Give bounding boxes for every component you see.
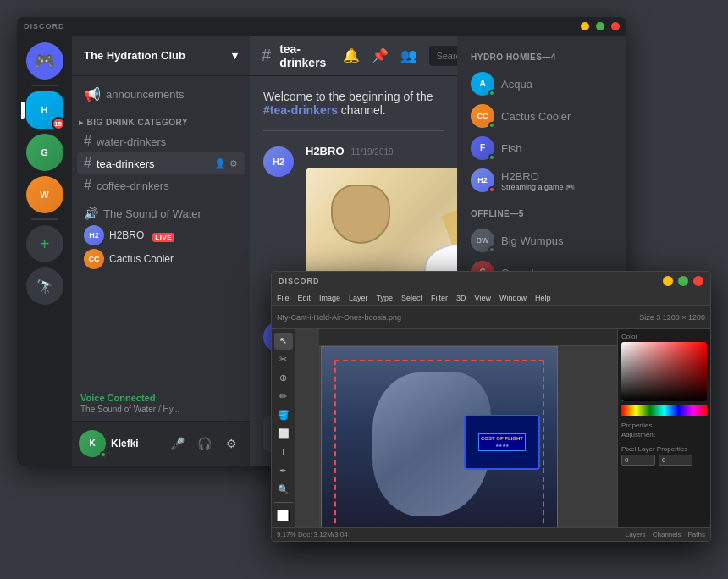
ps-tool-shape[interactable]: ⬜ bbox=[274, 426, 293, 443]
ps-tool-text[interactable]: T bbox=[274, 444, 293, 460]
voice-channel-sound-of-water[interactable]: 🔊 The Sound of Water bbox=[77, 203, 245, 223]
ps-menu-view[interactable]: View bbox=[475, 294, 491, 302]
ps-title-bar: DISCORD bbox=[272, 272, 710, 290]
voice-avatar-h2bro: H2 bbox=[84, 225, 104, 245]
member-avatar-acqua: A bbox=[471, 72, 494, 96]
ps-color-picker[interactable] bbox=[621, 342, 707, 401]
ps-close-button[interactable] bbox=[693, 276, 703, 286]
ps-left-toolbar: ↖ ✂ ⊕ ✏ 🪣 ⬜ T ✒ 🔍 bbox=[272, 329, 295, 527]
member-avatar-fish: F bbox=[471, 136, 494, 160]
server-icon-hydration[interactable]: H 15 bbox=[26, 91, 63, 129]
big-wumpus-status bbox=[488, 246, 495, 253]
add-server-button[interactable]: + bbox=[26, 225, 63, 262]
ps-color-panel-label: Color bbox=[621, 333, 707, 340]
channel-item-water-drinkers[interactable]: # water-drinkers bbox=[77, 130, 245, 152]
channel-item-tea-drinkers[interactable]: # tea-drinkers 👤 ⚙ bbox=[77, 152, 245, 174]
server-name-header[interactable]: The Hydration Club ▾ bbox=[72, 36, 250, 76]
channel-item-announcements[interactable]: 📢 announcements bbox=[77, 83, 245, 106]
ps-tool-select[interactable]: ↖ bbox=[274, 333, 293, 350]
user-icon: 👤 bbox=[214, 158, 226, 169]
message-header-h2bro: H2BRO 11/19/2019 bbox=[306, 145, 457, 157]
voice-avatar-cactus-cooler: CC bbox=[84, 249, 104, 269]
member-item-cactus-cooler[interactable]: CC Cactus Cooler bbox=[464, 101, 620, 131]
search-input[interactable] bbox=[436, 51, 457, 61]
ps-tool-crop[interactable]: ✂ bbox=[274, 351, 293, 368]
ps-canvas[interactable]: COST OF FLIGHT ★★★★ bbox=[321, 346, 558, 527]
ps-paths-tab[interactable]: Paths bbox=[688, 531, 705, 538]
user-panel-name: Klefki bbox=[111, 438, 160, 449]
deafen-button[interactable]: 🎧 bbox=[192, 432, 216, 455]
ps-color-strip[interactable] bbox=[621, 405, 707, 416]
ps-adjustment-label: Adjustment bbox=[621, 431, 707, 438]
user-settings-button[interactable]: ⚙ bbox=[219, 432, 243, 455]
ps-tool-brush[interactable]: ✏ bbox=[274, 389, 293, 405]
member-item-big-wumpus[interactable]: BW Big Wumpus bbox=[464, 225, 620, 256]
ps-layer-input-x[interactable] bbox=[621, 455, 655, 466]
channel-mention: #tea-drinkers bbox=[263, 103, 338, 117]
voice-connected-label: Voice Connected bbox=[80, 393, 241, 403]
ps-tool-zoom[interactable]: 🔍 bbox=[274, 481, 293, 498]
user-panel-info: Klefki bbox=[111, 438, 160, 449]
gif-teapot-element bbox=[331, 185, 390, 244]
channel-category-big-drink[interactable]: ▸ BIG DRINK CATEGORY bbox=[72, 106, 250, 130]
hash-icon-coffee: # bbox=[84, 178, 91, 193]
server-sidebar: 🎮 H 15 G W + 🔭 bbox=[17, 36, 72, 466]
discord-title-bar: DISCORD bbox=[17, 17, 626, 36]
ps-menu-type[interactable]: Type bbox=[377, 294, 394, 302]
close-button[interactable] bbox=[611, 22, 620, 30]
ps-layers-tab[interactable]: Layers bbox=[626, 531, 646, 538]
pin-icon[interactable]: 📌 bbox=[372, 47, 389, 63]
voice-user-cactus-cooler[interactable]: CC Cactus Cooler bbox=[77, 247, 245, 271]
ps-channels-tab[interactable]: Channels bbox=[653, 531, 681, 538]
ps-menu-window[interactable]: Window bbox=[499, 294, 527, 302]
message-username-h2bro[interactable]: H2BRO bbox=[306, 145, 345, 157]
ps-maximize-button[interactable] bbox=[678, 276, 688, 286]
voice-connected-banner: Voice Connected The Sound of Water / Hy.… bbox=[72, 386, 250, 422]
bell-icon[interactable]: 🔔 bbox=[343, 47, 360, 63]
ps-ruler-vertical bbox=[319, 346, 320, 527]
ps-layer-input-y[interactable] bbox=[659, 455, 692, 466]
ps-image-figure: COST OF FLIGHT ★★★★ bbox=[322, 347, 557, 527]
ps-menu-select[interactable]: Select bbox=[401, 294, 422, 302]
discover-servers-button[interactable]: 🔭 bbox=[26, 267, 63, 305]
ps-menu-help[interactable]: Help bbox=[535, 294, 551, 302]
member-item-acqua[interactable]: A Acqua bbox=[464, 69, 620, 99]
ps-foreground-color[interactable] bbox=[274, 507, 293, 524]
online-members-category: HYDRO HOMIES—4 bbox=[464, 49, 620, 65]
member-item-h2bro-members[interactable]: H2 H2BRO Streaming a game 🎮 bbox=[464, 165, 620, 196]
cactus-cooler-status bbox=[488, 122, 495, 129]
search-box[interactable]: 🔍 bbox=[429, 46, 457, 66]
live-badge: LIVE bbox=[152, 233, 174, 242]
ps-menu-3d[interactable]: 3D bbox=[456, 294, 466, 302]
voice-section: 🔊 The Sound of Water H2 H2BRO LIVE CC bbox=[72, 196, 250, 274]
ps-status-bar: 9.17% Doc: 3.12M/3.04 Layers Channels Pa… bbox=[272, 527, 710, 541]
channel-icons: 👤 ⚙ bbox=[214, 158, 238, 169]
server-icon-2[interactable]: G bbox=[26, 134, 63, 171]
ps-menu-file[interactable]: File bbox=[277, 294, 290, 302]
chat-header-actions: 🔔 📌 👥 🔍 📥 ❓ bbox=[343, 46, 457, 66]
discord-logo: DISCORD bbox=[24, 22, 65, 30]
member-item-fish[interactable]: F Fish bbox=[464, 133, 620, 163]
server-icon-home[interactable]: 🎮 bbox=[26, 42, 63, 80]
mute-button[interactable]: 🎤 bbox=[165, 432, 189, 455]
minimize-button[interactable] bbox=[581, 22, 589, 30]
message-timestamp-h2bro: 11/19/2019 bbox=[351, 147, 394, 157]
ps-menu-layer[interactable]: Layer bbox=[349, 294, 368, 302]
h2bro-status bbox=[488, 186, 495, 193]
ps-tool-fill[interactable]: 🪣 bbox=[274, 407, 293, 424]
ps-tool-pen[interactable]: ✒ bbox=[274, 462, 293, 479]
channel-item-coffee-drinkers[interactable]: # coffee-drinkers bbox=[77, 174, 245, 196]
members-icon[interactable]: 👥 bbox=[400, 47, 417, 63]
server-icon-3[interactable]: W bbox=[26, 176, 63, 213]
ps-tool-lasso[interactable]: ⊕ bbox=[274, 370, 293, 387]
ps-menu-filter[interactable]: Filter bbox=[431, 294, 448, 302]
ps-menu-edit[interactable]: Edit bbox=[298, 294, 312, 302]
ps-properties-label: Properties bbox=[621, 422, 707, 429]
user-panel-avatar: K bbox=[79, 430, 106, 457]
member-name-fish: Fish bbox=[501, 142, 522, 155]
ps-menu-image[interactable]: Image bbox=[319, 294, 340, 302]
settings-icon[interactable]: ⚙ bbox=[229, 158, 238, 169]
maximize-button[interactable] bbox=[596, 22, 604, 30]
ps-minimize-button[interactable] bbox=[663, 276, 673, 286]
voice-user-h2bro[interactable]: H2 H2BRO LIVE bbox=[77, 223, 245, 247]
